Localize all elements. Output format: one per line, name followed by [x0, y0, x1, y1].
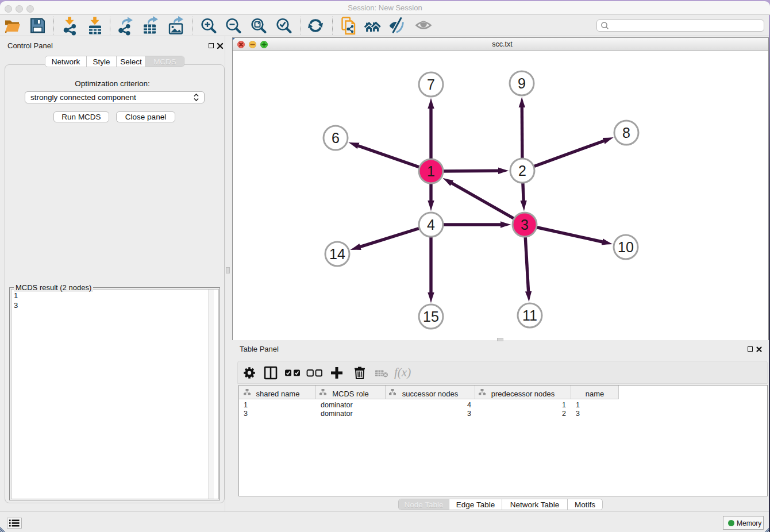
- svg-text:1: 1: [427, 163, 435, 179]
- svg-text:14: 14: [329, 246, 345, 262]
- svg-text:10: 10: [618, 239, 634, 255]
- svg-text:8: 8: [622, 125, 630, 141]
- svg-text:3: 3: [521, 217, 529, 233]
- svg-text:11: 11: [522, 307, 537, 323]
- svg-text:7: 7: [427, 76, 435, 92]
- svg-text:2: 2: [518, 163, 526, 179]
- svg-text:9: 9: [518, 75, 526, 91]
- svg-text:15: 15: [423, 309, 439, 325]
- svg-text:4: 4: [427, 217, 435, 233]
- svg-text:6: 6: [332, 130, 340, 146]
